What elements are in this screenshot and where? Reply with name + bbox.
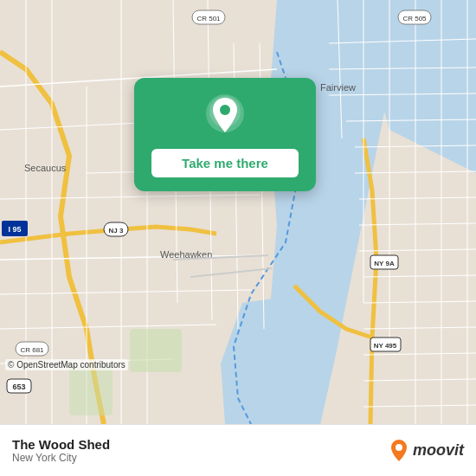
location-info: The Wood Shed New York City [12,437,110,464]
svg-text:CR 505: CR 505 [402,15,427,23]
svg-point-68 [220,105,230,115]
svg-text:NY 495: NY 495 [374,342,397,350]
svg-text:653: 653 [12,383,25,391]
moovit-brand-text: moovit [413,441,464,460]
svg-text:CR 501: CR 501 [196,15,221,23]
svg-text:Secaucus: Secaucus [24,163,67,173]
bottom-bar: The Wood Shed New York City moovit [0,424,476,476]
svg-text:Fairview: Fairview [320,82,356,93]
map-container: I 95 NJ 3 CR 501 CR 505 NY 9A NY 495 CR … [0,0,476,424]
map-attribution: © OpenStreetMap contributors [5,359,128,370]
svg-text:I 95: I 95 [8,225,21,234]
location-city: New York City [12,452,110,464]
moovit-logo: moovit [389,439,464,463]
svg-rect-64 [130,329,182,372]
svg-text:NJ 3: NJ 3 [109,227,124,235]
moovit-pin-icon [389,439,409,463]
svg-text:CR 681: CR 681 [20,346,44,354]
popup-card[interactable]: Take me there [134,78,316,191]
take-me-there-button[interactable]: Take me there [151,149,299,177]
svg-point-69 [396,444,402,451]
location-name: The Wood Shed [12,437,110,452]
svg-rect-65 [69,363,113,415]
svg-text:NY 9A: NY 9A [374,260,395,267]
location-pin-icon [202,93,248,140]
